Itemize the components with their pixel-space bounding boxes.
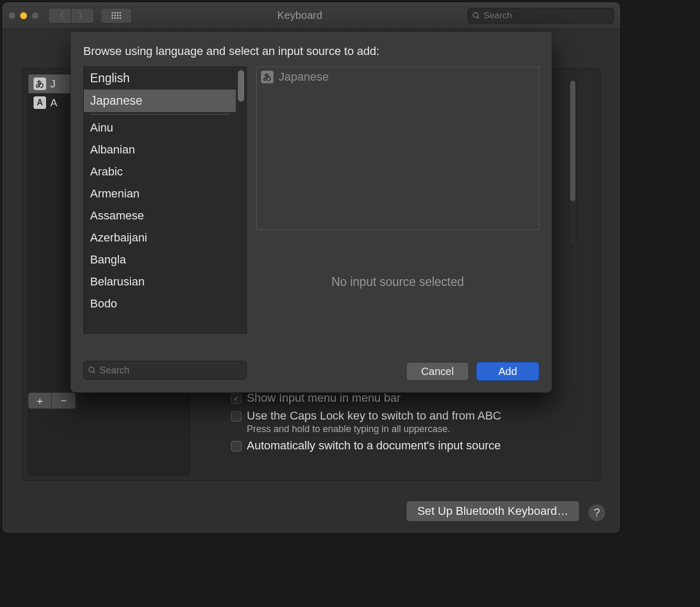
traffic-lights xyxy=(8,12,39,19)
toolbar-search-input[interactable] xyxy=(484,10,609,21)
minus-icon: − xyxy=(61,395,67,406)
checkbox-label: Use the Caps Lock key to switch to and f… xyxy=(247,409,501,423)
zoom-window-button[interactable] xyxy=(31,12,39,19)
add-input-source-sheet: Browse using language and select an inpu… xyxy=(70,31,552,393)
bluetooth-keyboard-button[interactable]: Set Up Bluetooth Keyboard… xyxy=(406,501,579,522)
language-item[interactable]: Azerbaijani xyxy=(84,227,236,249)
scroll-thumb[interactable] xyxy=(570,81,575,201)
search-icon xyxy=(88,366,96,374)
language-item[interactable]: Japanese xyxy=(84,90,236,112)
chevron-right-icon: 〉 xyxy=(78,9,88,22)
svg-point-2 xyxy=(89,367,94,372)
language-item[interactable]: Albanian xyxy=(84,139,236,161)
auto-switch-checkbox[interactable] xyxy=(231,441,242,451)
caps-lock-switch-checkbox[interactable] xyxy=(231,411,242,422)
close-window-button[interactable] xyxy=(8,12,16,19)
options: Show Input menu in menu bar Use the Caps… xyxy=(231,391,501,453)
input-source-results[interactable]: あ Japanese xyxy=(256,67,539,230)
input-source-icon: あ xyxy=(34,78,46,90)
svg-point-0 xyxy=(473,13,478,17)
language-item[interactable]: English xyxy=(84,67,236,90)
input-source-icon: あ xyxy=(261,71,274,83)
preview-message: No input source selected xyxy=(331,275,464,289)
help-button[interactable]: ? xyxy=(588,504,606,522)
minimize-window-button[interactable] xyxy=(20,12,27,19)
language-item[interactable]: Belarusian xyxy=(84,271,236,293)
input-source-icon: A xyxy=(34,96,46,109)
search-icon xyxy=(472,12,480,20)
language-item[interactable]: Armenian xyxy=(84,183,236,205)
separator xyxy=(90,114,229,115)
language-item[interactable]: Bangla xyxy=(84,249,236,271)
plus-icon: ＋ xyxy=(35,395,45,406)
cancel-button[interactable]: Cancel xyxy=(406,362,469,381)
sheet-search-input[interactable] xyxy=(100,365,242,376)
language-item[interactable]: Ainu xyxy=(84,117,236,139)
titlebar: 〈 〉 Keyboard xyxy=(2,2,620,29)
forward-button[interactable]: 〉 xyxy=(71,8,94,24)
scroll-thumb[interactable] xyxy=(238,70,244,102)
input-source-label: J xyxy=(50,78,56,90)
language-item[interactable]: Bodo xyxy=(84,293,236,315)
language-item[interactable]: Arabic xyxy=(84,161,236,183)
checkbox-label: Automatically switch to a document's inp… xyxy=(247,439,501,453)
show-input-menu-checkbox[interactable] xyxy=(231,393,242,404)
add-button[interactable]: Add xyxy=(476,362,539,381)
keyboard-preview: No input source selected xyxy=(256,230,539,334)
grid-icon xyxy=(112,12,121,19)
help-icon: ? xyxy=(594,506,600,520)
checkbox-note: Press and hold to enable typing in all u… xyxy=(247,424,501,435)
input-source-result-item[interactable]: あ Japanese xyxy=(261,70,534,84)
scrollbar[interactable] xyxy=(238,70,244,331)
remove-source-button[interactable]: − xyxy=(52,392,76,409)
chevron-left-icon: 〈 xyxy=(55,9,64,22)
input-source-label: Japanese xyxy=(279,70,329,84)
add-remove-buttons: ＋ − xyxy=(28,392,76,409)
show-all-button[interactable] xyxy=(101,8,132,24)
window-title: Keyboard xyxy=(136,9,463,21)
add-source-button[interactable]: ＋ xyxy=(28,392,52,409)
keyboard-prefs-window: 〈 〉 Keyboard あ J A A xyxy=(2,2,620,533)
svg-line-3 xyxy=(93,371,95,373)
checkbox-label: Show Input menu in menu bar xyxy=(247,391,401,405)
language-item[interactable]: Assamese xyxy=(84,205,236,227)
back-button[interactable]: 〈 xyxy=(48,8,71,24)
input-source-label: A xyxy=(50,97,57,109)
sheet-search[interactable] xyxy=(83,361,247,380)
sheet-title: Browse using language and select an inpu… xyxy=(83,45,539,58)
svg-line-1 xyxy=(477,17,479,18)
language-list[interactable]: English Japanese Ainu Albanian Arabic Ar… xyxy=(83,67,247,334)
toolbar-search[interactable] xyxy=(467,8,614,24)
scrollbar[interactable] xyxy=(568,79,577,247)
